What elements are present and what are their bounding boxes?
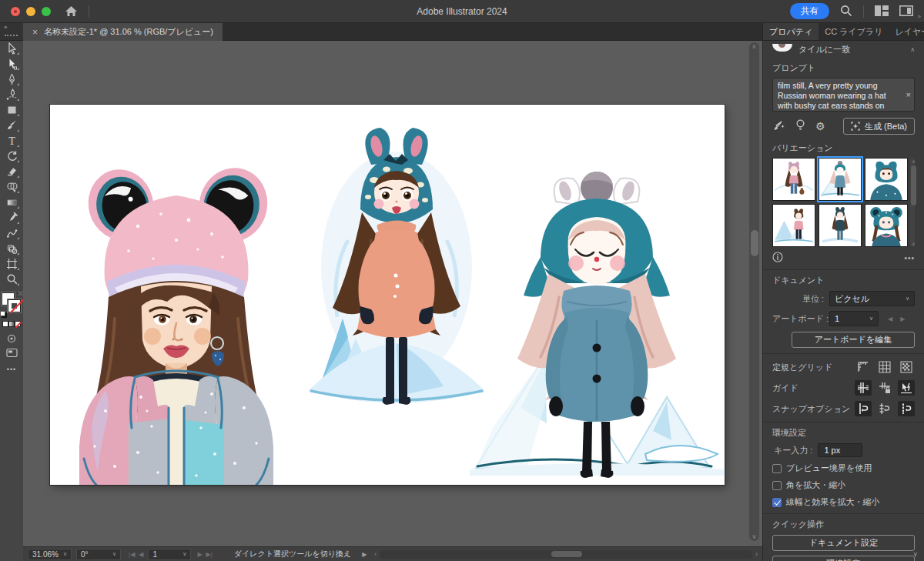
default-fill-stroke-icon[interactable] [0, 311, 5, 316]
close-document-icon[interactable]: × [32, 27, 38, 38]
scroll-right-icon[interactable]: › [755, 550, 758, 558]
variation-thumbnail-2[interactable] [819, 158, 862, 201]
scale-strokes-effects-checkbox[interactable] [772, 498, 782, 507]
zoom-dropdown-icon[interactable]: ∨ [63, 551, 67, 557]
variations-scrollbar-thumb[interactable] [911, 165, 916, 205]
section-collapse-icon[interactable]: ∧ [910, 46, 915, 53]
variations-scroll-up-icon[interactable]: ∧ [910, 159, 917, 164]
collapse-panels-icon[interactable]: » [918, 13, 921, 20]
eraser-tool[interactable] [2, 164, 21, 179]
variations-more-icon[interactable]: ••• [904, 254, 915, 262]
vertical-scrollbar-thumb[interactable] [751, 230, 758, 256]
rectangle-tool[interactable] [2, 102, 21, 118]
generative-style-icon[interactable] [772, 120, 785, 133]
variations-scroll-down-icon[interactable]: ∨ [910, 241, 917, 246]
first-artboard-button[interactable]: |◀ [129, 551, 135, 558]
horizontal-scrollbar[interactable]: ‹ › [374, 549, 758, 559]
scale-corners-checkbox[interactable] [772, 481, 782, 490]
variation-thumbnail-1[interactable] [772, 158, 815, 201]
pen-tool[interactable] [2, 72, 21, 87]
variation-thumbnail-6[interactable] [865, 204, 908, 247]
tab-cc-libraries[interactable]: CC ライブラリ [819, 23, 889, 40]
preview-bounds-row[interactable]: プレビュー境界を使用 [772, 462, 915, 474]
zoom-window-button[interactable] [42, 7, 51, 16]
panel-scroll-down-icon[interactable]: ∨ [912, 550, 918, 558]
artboard-select[interactable]: 1 ∨ [829, 311, 879, 326]
variations-scrollbar[interactable]: ∧ ∨ [910, 158, 915, 247]
document-tab[interactable]: × 名称未設定-1* @ 31.06 % (RGB/プレビュー) [23, 23, 223, 41]
snap-to-pixel-button[interactable] [898, 401, 915, 416]
prompt-input[interactable]: film still, A very pretty young Russian … [772, 78, 915, 112]
gradient-button[interactable] [8, 321, 15, 327]
clear-prompt-icon[interactable]: × [906, 90, 911, 101]
generate-button[interactable]: 生成 (Beta) [843, 118, 915, 135]
key-input-field[interactable]: 1 px [818, 443, 862, 457]
last-artboard-button[interactable]: ▶| [206, 551, 213, 558]
zoom-tool[interactable] [2, 272, 21, 287]
drawing-modes-button[interactable] [2, 332, 21, 346]
type-tool[interactable]: T [2, 133, 21, 149]
tab-layers[interactable]: レイヤー [889, 23, 924, 40]
horizontal-scrollbar-track[interactable] [380, 550, 752, 559]
info-icon[interactable] [772, 252, 783, 264]
preview-bounds-checkbox[interactable] [772, 464, 782, 473]
vertical-scrollbar[interactable]: ∧ ∨ [749, 42, 759, 541]
none-button[interactable] [15, 321, 21, 327]
search-icon[interactable] [840, 5, 852, 18]
gradient-tool[interactable] [2, 195, 21, 210]
lightbulb-icon[interactable] [795, 119, 805, 133]
variation-thumbnail-4[interactable] [772, 204, 815, 247]
fill-stroke-control[interactable]: ⤫ [1, 292, 22, 315]
snap-to-grid-button[interactable] [876, 401, 893, 416]
share-button[interactable]: 共有 [790, 3, 829, 19]
curvature-tool[interactable] [2, 87, 21, 102]
preferences-button[interactable]: 環境設定 [772, 556, 915, 561]
close-window-button[interactable] [11, 7, 20, 16]
previous-artboard-icon[interactable]: ◀ [888, 316, 892, 322]
rotate-tool[interactable] [2, 149, 21, 164]
style-swatch-icon[interactable] [772, 44, 792, 52]
rotation-dropdown-icon[interactable]: ∨ [112, 551, 116, 557]
show-guides-button[interactable] [855, 380, 872, 396]
smart-guides-button[interactable] [898, 380, 915, 396]
edit-artboard-button[interactable]: アートボードを編集 [792, 332, 915, 348]
scale-strokes-effects-row[interactable]: 線幅と効果を拡大・縮小 [772, 496, 915, 508]
status-menu-icon[interactable]: ▶ [362, 551, 367, 558]
rotation-control[interactable]: 0° ∨ [76, 549, 121, 560]
scroll-left-icon[interactable]: ‹ [374, 550, 377, 558]
direct-selection-tool[interactable] [2, 56, 21, 72]
eyedropper-tool[interactable] [2, 210, 21, 225]
stroke-swatch[interactable] [8, 299, 21, 312]
previous-artboard-button[interactable]: ◀ [139, 551, 143, 558]
arrange-documents-icon[interactable] [899, 5, 913, 18]
edit-toolbar-icon[interactable]: ••• [7, 366, 16, 373]
artboard-nav-dropdown-icon[interactable]: ∨ [182, 551, 186, 557]
home-icon[interactable] [65, 5, 78, 17]
toolbar-grip-handle[interactable] [5, 35, 18, 36]
minimize-window-button[interactable] [26, 7, 35, 16]
toolbar-expand-icon[interactable]: » [4, 24, 8, 31]
next-artboard-button[interactable]: ▶ [197, 551, 202, 558]
gear-icon[interactable]: ⚙ [815, 121, 825, 132]
symbol-sprayer-tool[interactable] [2, 241, 21, 256]
canvas-area[interactable]: ∧ ∨ [23, 41, 762, 546]
blend-tool[interactable] [2, 225, 21, 241]
show-grid-button[interactable] [876, 359, 893, 375]
show-pixel-grid-button[interactable] [898, 359, 915, 375]
variation-thumbnail-5[interactable] [819, 204, 862, 247]
scroll-up-icon[interactable]: ∧ [749, 43, 759, 50]
workspace-switcher-icon[interactable] [875, 5, 889, 18]
selection-tool[interactable] [2, 41, 21, 56]
color-button[interactable] [2, 321, 8, 327]
artboard-navigation-control[interactable]: 1 ∨ [148, 549, 191, 560]
artboard-tool[interactable] [2, 256, 21, 272]
tab-properties[interactable]: プロパティ [763, 23, 819, 40]
lock-guides-button[interactable] [876, 380, 893, 396]
shape-builder-tool[interactable] [2, 179, 21, 195]
horizontal-scrollbar-thumb[interactable] [551, 551, 582, 557]
unit-select[interactable]: ピクセル ∨ [829, 291, 915, 306]
variation-thumbnail-3[interactable] [865, 158, 908, 201]
scale-corners-row[interactable]: 角を拡大・縮小 [772, 479, 915, 491]
snap-to-point-button[interactable] [855, 401, 872, 416]
screen-mode-button[interactable] [2, 346, 21, 359]
